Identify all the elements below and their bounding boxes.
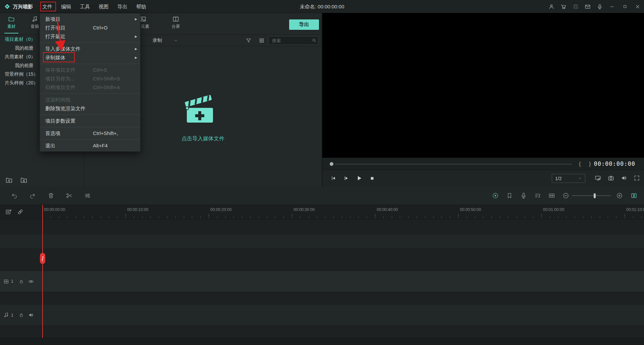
menu-separator (40, 139, 140, 140)
image-element-icon (140, 16, 146, 22)
lock-track-icon[interactable] (19, 313, 24, 318)
project-title: 未命名: 00:00:00:00 (300, 0, 344, 13)
export-button[interactable]: 导出 (289, 19, 319, 30)
grid-view-icon[interactable] (259, 38, 265, 44)
stop-button[interactable] (369, 176, 375, 181)
zoom-in-button[interactable] (616, 192, 623, 199)
mail-feedback-button[interactable] (582, 0, 594, 13)
menu-edit[interactable]: 编辑 (57, 0, 75, 13)
search-icon (312, 38, 317, 43)
panel-layout-button[interactable] (631, 192, 637, 199)
record-voice-button[interactable] (594, 0, 606, 13)
voiceover-button[interactable] (520, 192, 527, 199)
audio-track-header: 1 (0, 304, 42, 326)
toggle-visibility-icon[interactable] (28, 279, 34, 284)
tab-media[interactable]: 素材 (2, 16, 21, 29)
add-to-track-button[interactable] (5, 208, 12, 215)
render-preview-button[interactable] (492, 192, 499, 199)
ruler-label: 00:01:00:00 (543, 207, 564, 212)
menu-item-render-timeline: 渲染时间线 (40, 95, 140, 104)
zoom-out-button[interactable] (562, 192, 569, 199)
scrubber-handle[interactable] (330, 162, 333, 166)
search-box (268, 36, 319, 45)
timeline-ruler[interactable]: 00:00:00:00 00:00:10:00 00:00:20:00 00:0… (0, 205, 644, 219)
timeline-toolbar (0, 187, 644, 205)
mark-out-icon[interactable]: } (589, 158, 591, 170)
empty-track-lane[interactable] (0, 234, 644, 249)
adjust-properties-button[interactable] (84, 192, 91, 199)
annotation-box-file-menu (40, 2, 56, 11)
titlebar: 万兴喵影 文件 编辑 工具 视图 导出 帮助 未命名: 00:00:00:00 (0, 0, 644, 13)
submenu-arrow-icon: ▶ (135, 45, 137, 53)
menu-item-project-settings[interactable]: 项目参数设置 (40, 117, 140, 125)
minimize-button[interactable] (606, 0, 619, 13)
lock-track-icon[interactable] (19, 279, 24, 284)
menu-help[interactable]: 帮助 (132, 0, 151, 13)
video-track-lane[interactable] (0, 271, 644, 292)
ruler-label: 00:00:40:00 (377, 207, 398, 212)
add-folder-button[interactable] (5, 177, 13, 184)
ruler-label: 00:00:10:00 (127, 207, 148, 212)
audio-mixer-button[interactable] (534, 192, 541, 199)
menu-separator (40, 127, 140, 127)
menu-item-preferences[interactable]: 首选项Ctrl+Shift+, (40, 129, 140, 138)
sidebar-folder-actions (0, 177, 28, 184)
category-dropdown[interactable]: 录制 (150, 35, 181, 46)
mark-in-icon[interactable]: { (579, 158, 581, 170)
store-cart-button[interactable] (557, 0, 570, 13)
video-track-icon (3, 279, 9, 284)
split-screen-icon (172, 16, 179, 22)
play-button[interactable] (356, 175, 363, 182)
volume-button[interactable] (621, 175, 627, 181)
snapshot-button[interactable] (608, 175, 614, 181)
maximize-button[interactable] (619, 0, 631, 13)
undo-button[interactable] (11, 192, 18, 199)
app-logo-icon (4, 3, 10, 10)
audio-track-lane[interactable] (0, 304, 644, 326)
timeline-gutter-actions (0, 208, 24, 215)
ruler-label: 00:00:00:00 (44, 207, 65, 212)
menu-item-save-project: 保存项目文件Ctrl+S (40, 66, 140, 74)
mute-track-icon[interactable] (28, 312, 34, 318)
account-button[interactable] (545, 0, 557, 13)
preview-zoom-select[interactable]: 1/2 (552, 174, 585, 183)
save-button (570, 0, 582, 13)
playhead-handle[interactable] (40, 253, 45, 264)
chevron-down-icon (578, 176, 582, 181)
scrubber-track[interactable] (335, 164, 572, 164)
close-button[interactable] (631, 0, 644, 13)
display-settings-button[interactable] (595, 175, 601, 181)
folder-icon (8, 16, 15, 22)
playhead-line[interactable] (42, 205, 43, 338)
fit-timeline-button[interactable] (548, 192, 555, 199)
menu-item-delete-preview-render[interactable]: 删除预览渲染文件 (40, 104, 140, 113)
video-track-number: 1 (11, 279, 13, 284)
ruler-label: 00:00:50:00 (460, 207, 481, 212)
app-name: 万兴喵影 (13, 0, 33, 13)
video-viewport (322, 13, 644, 158)
audio-track-number: 1 (11, 313, 13, 318)
timeline-zoom-slider[interactable] (572, 195, 611, 196)
titlebar-right-icons (545, 0, 644, 13)
annotation-arrow (54, 15, 70, 52)
menu-tools[interactable]: 工具 (75, 0, 94, 13)
scrubber-row: { } 00:00:00:00 (322, 158, 644, 170)
search-input[interactable] (268, 36, 319, 45)
link-clips-button[interactable] (17, 208, 24, 215)
video-track-header: 1 (0, 271, 42, 292)
menu-view[interactable]: 视图 (94, 0, 113, 13)
import-media-dropzone[interactable]: 点击导入媒体文件 (159, 92, 247, 142)
previous-frame-button[interactable] (330, 175, 336, 181)
filter-funnel-icon[interactable] (246, 38, 252, 44)
fullscreen-button[interactable] (634, 175, 640, 181)
redo-button[interactable] (29, 192, 36, 199)
menu-export[interactable]: 导出 (113, 0, 132, 13)
menu-item-exit[interactable]: 退出Alt+F4 (40, 141, 140, 150)
tab-splitscreen[interactable]: 分屏 (166, 16, 185, 29)
next-frame-button[interactable] (343, 175, 349, 181)
delete-folder-button[interactable] (20, 177, 28, 184)
marker-button[interactable] (506, 192, 513, 199)
delete-button[interactable] (48, 192, 54, 199)
split-scissors-button[interactable] (66, 192, 72, 199)
timeline-zoom-slider-handle[interactable] (594, 193, 596, 198)
